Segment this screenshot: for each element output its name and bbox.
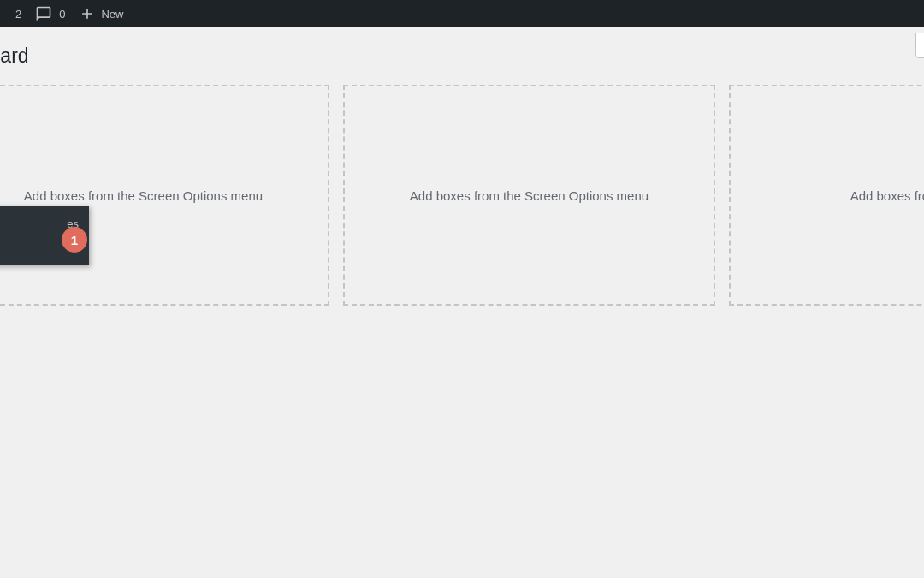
page-title: hboard [0, 27, 924, 85]
dashboard-widgets: Add boxes from the Screen Options menu A… [0, 85, 924, 306]
comments-count: 0 [59, 8, 65, 21]
placeholder-text: Add boxes from the Screen Options menu [410, 188, 649, 203]
widget-placeholder-1[interactable]: Add boxes from the Screen Options menu [0, 85, 329, 306]
admin-bar-new[interactable]: New [72, 0, 130, 27]
placeholder-text: Add boxes from the Screen Options menu [24, 188, 263, 203]
admin-bar-comments[interactable]: 0 [28, 0, 72, 27]
annotation-number: 1 [71, 233, 78, 247]
widget-placeholder-3[interactable]: Add boxes from the Sc [729, 85, 924, 306]
admin-bar: 2 0 New [0, 0, 924, 27]
widget-placeholder-2[interactable]: Add boxes from the Screen Options menu [343, 85, 715, 306]
content-area: hboard Add boxes from the Screen Options… [0, 27, 924, 306]
screen-options-tab-edge[interactable] [915, 33, 924, 58]
placeholder-text: Add boxes from the Sc [850, 188, 924, 203]
new-label: New [101, 8, 123, 21]
annotation-badge: 1 [62, 227, 87, 253]
comment-icon [35, 5, 52, 22]
plus-icon [79, 5, 96, 22]
admin-bar-updates[interactable]: 2 [7, 0, 28, 27]
updates-count: 2 [15, 8, 21, 21]
